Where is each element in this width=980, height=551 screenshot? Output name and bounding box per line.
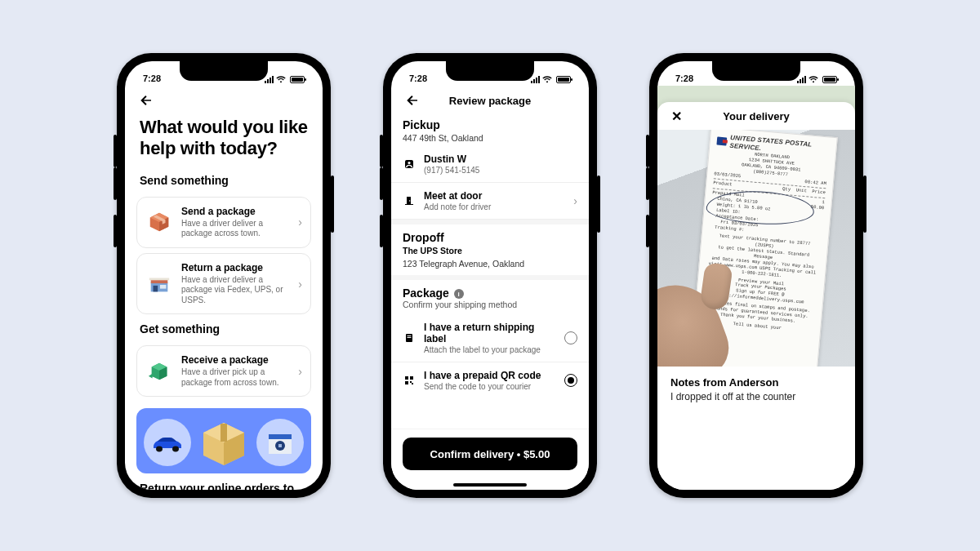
label-icon: [403, 333, 416, 343]
promo-caption: Return your online orders to: [125, 473, 323, 490]
back-button[interactable]: [136, 91, 156, 110]
package-sub: Confirm your shipping method: [391, 300, 589, 314]
card-title: Send a package: [181, 206, 290, 217]
receipt-time: 08:42 AM: [804, 180, 826, 187]
svg-rect-21: [410, 376, 413, 380]
footer: Confirm delivery • $5.00: [391, 429, 589, 490]
phone-frame-2: 7:28 Review package Pickup 447 49th St, …: [383, 53, 597, 498]
row-meet-at-door[interactable]: Meet at door Add note for driver ›: [391, 183, 589, 220]
status-icons: [531, 76, 571, 83]
sheet-title: Your delivery: [723, 110, 789, 122]
row-contact[interactable]: Dustin W (917) 541-5145: [391, 146, 589, 183]
contact-phone: (917) 541-5145: [424, 166, 577, 175]
card-title: Receive a package: [181, 354, 290, 366]
dropoff-heading: Dropoff: [391, 224, 589, 244]
status-time: 7:28: [409, 73, 427, 83]
receipt-photo[interactable]: UNITED STATES POSTAL SERVICE. NORTH OAKL…: [657, 130, 855, 367]
svg-point-16: [409, 200, 410, 201]
screen-your-delivery: 7:28 ✕ Your delivery UNITED STATES POSTA…: [657, 61, 855, 490]
svg-rect-20: [405, 376, 408, 380]
svg-point-5: [156, 447, 163, 452]
svg-rect-2: [149, 278, 169, 280]
pickup-heading: Pickup: [391, 115, 589, 131]
wifi-icon: [808, 76, 818, 83]
notes-heading: Notes from Anderson: [670, 376, 842, 389]
info-icon[interactable]: i: [454, 289, 464, 299]
svg-point-6: [172, 447, 179, 452]
section-get-heading: Get something: [125, 314, 323, 340]
status-time: 7:28: [675, 73, 693, 83]
card-title: Return a package: [181, 262, 290, 273]
notch: [180, 61, 268, 81]
storefront-icon: [145, 270, 173, 298]
receipt-line: Unit: [795, 188, 807, 194]
header-bar: [125, 86, 323, 115]
screen-help-menu: 7:28 What would you like help with today…: [125, 61, 323, 490]
promo-banner[interactable]: [136, 408, 311, 473]
svg-rect-4: [160, 285, 167, 289]
option-label: I have a prepaid QR code: [424, 370, 556, 381]
battery-icon: [556, 76, 571, 83]
promo-store-icon: [256, 419, 304, 466]
svg-rect-19: [408, 337, 412, 338]
svg-rect-24: [412, 383, 413, 384]
svg-rect-18: [408, 335, 412, 336]
option-sub: Attach the label to your package: [424, 345, 556, 354]
svg-rect-3: [154, 286, 158, 292]
svg-rect-7: [220, 424, 227, 442]
receipt-line: Price: [812, 189, 826, 195]
chevron-right-icon: ›: [298, 365, 302, 378]
delivery-sheet: ✕ Your delivery UNITED STATES POSTAL SER…: [657, 102, 855, 490]
qr-icon: [403, 375, 416, 385]
receipt-line: Product: [713, 181, 733, 189]
contact-name: Dustin W: [424, 153, 577, 165]
notch: [712, 61, 800, 81]
option-qr-code[interactable]: I have a prepaid QR code Send the code t…: [391, 362, 589, 398]
notch: [446, 61, 534, 81]
card-subtitle: Have a driver deliver a package via Fede…: [181, 275, 290, 306]
chevron-right-icon: ›: [298, 216, 302, 229]
option-sub: Send the code to your courier: [424, 382, 556, 391]
receipt-price: $0.00: [810, 205, 824, 211]
battery-icon: [822, 76, 837, 83]
svg-rect-15: [405, 204, 413, 205]
radio-selected[interactable]: [564, 374, 577, 387]
svg-point-13: [408, 162, 410, 164]
radio-unselected[interactable]: [564, 331, 577, 344]
usps-logo-icon: [716, 137, 727, 146]
screen-review-package: 7:28 Review package Pickup 447 49th St, …: [391, 61, 589, 490]
incoming-box-icon: [145, 358, 173, 385]
meet-sub: Add note for driver: [424, 202, 565, 211]
confirm-delivery-button[interactable]: Confirm delivery • $5.00: [403, 438, 577, 470]
sheet-header: ✕ Your delivery: [657, 102, 855, 130]
home-indicator: [453, 483, 527, 487]
card-subtitle: Have a driver pick up a package from acr…: [181, 367, 290, 388]
receipt-line: Qty: [782, 186, 791, 193]
door-icon: [403, 196, 416, 206]
chevron-right-icon: ›: [298, 278, 302, 291]
dropoff-name: The UPS Store: [391, 244, 589, 259]
card-send-package[interactable]: Send a package Have a driver deliver a p…: [136, 197, 311, 248]
cellular-icon: [797, 76, 806, 83]
wifi-icon: [276, 76, 286, 83]
pickup-address: 447 49th St, Oakland: [391, 131, 589, 146]
svg-rect-23: [410, 381, 412, 383]
notes-body: I dropped it off at the counter: [670, 391, 842, 402]
svg-rect-22: [405, 381, 408, 384]
wifi-icon: [542, 76, 552, 83]
header-bar: Review package: [391, 86, 589, 115]
dropoff-address: 123 Telegraph Avenue, Oakland: [391, 259, 589, 275]
battery-icon: [290, 76, 305, 83]
package-heading: Package i: [391, 280, 589, 300]
promo-box-icon: [197, 418, 251, 467]
close-button[interactable]: ✕: [667, 107, 685, 125]
person-icon: [403, 159, 416, 169]
option-shipping-label[interactable]: I have a return shipping label Attach th…: [391, 314, 589, 362]
section-send-heading: Send something: [125, 166, 323, 192]
svg-rect-11: [278, 444, 282, 447]
status-icons: [265, 76, 305, 83]
chevron-right-icon: ›: [573, 194, 577, 207]
cellular-icon: [531, 76, 540, 83]
card-receive-package[interactable]: Receive a package Have a driver pick up …: [136, 345, 311, 397]
card-return-package[interactable]: Return a package Have a driver deliver a…: [136, 253, 311, 315]
